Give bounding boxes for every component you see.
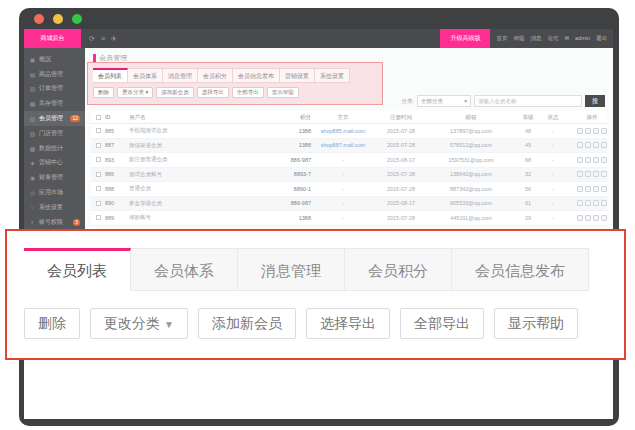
settings-icon[interactable] — [585, 128, 591, 134]
callout-tab[interactable]: 消息管理 — [238, 248, 345, 291]
member-tab[interactable]: 会员体系 — [128, 68, 163, 83]
edit-icon[interactable] — [577, 157, 583, 163]
cell-link[interactable]: shop885.mall.com — [311, 128, 375, 134]
cell-name[interactable]: 手机端测试会员 — [129, 127, 261, 134]
cell-link[interactable]: - — [311, 186, 375, 192]
callout-tab[interactable]: 会员积分 — [345, 248, 452, 291]
callout-toolbar-button[interactable]: 全部导出 — [400, 308, 484, 339]
cell-link[interactable]: - — [311, 171, 375, 177]
delete-icon[interactable] — [601, 142, 607, 148]
member-tab[interactable]: 会员积分 — [198, 68, 233, 83]
cell-name[interactable]: 黄金等级会员 — [129, 200, 261, 207]
row-checkbox[interactable] — [96, 172, 101, 177]
toolbar-button[interactable]: 更改分类 ▾ — [117, 87, 153, 98]
settings-icon[interactable] — [585, 157, 591, 163]
sidebar-item[interactable]: ▥ 订单管理 — [24, 82, 85, 97]
minimize-window-button[interactable] — [53, 14, 63, 24]
sidebar-item[interactable]: ▣ 概况 — [24, 52, 85, 67]
col-name[interactable]: 用户名 — [129, 114, 261, 121]
cell-link[interactable]: - — [311, 157, 375, 163]
cell-name[interactable]: 微信渠道会员 — [129, 142, 261, 149]
settings-icon[interactable] — [585, 215, 591, 221]
edit-icon[interactable] — [577, 128, 583, 134]
member-tab[interactable]: 会员信息发布 — [233, 68, 280, 83]
search-input[interactable] — [474, 95, 582, 107]
mail-icon[interactable] — [593, 200, 599, 206]
callout-tab[interactable]: 会员体系 — [131, 248, 238, 291]
table-row[interactable]: 886 测试会员账号 8893-7 - 2015-07-28 138642@qq… — [91, 168, 607, 183]
delete-icon[interactable] — [601, 171, 607, 177]
table-row[interactable]: 890 黄金等级会员 886-987 - 2015-08-17 905533@q… — [91, 197, 607, 212]
header-nav-item[interactable]: 消息 — [530, 29, 541, 48]
select-all-checkbox[interactable] — [96, 115, 101, 120]
sidebar-item[interactable]: ▩ 数据统计 — [24, 141, 85, 156]
edit-icon[interactable] — [577, 142, 583, 148]
delete-icon[interactable] — [601, 186, 607, 192]
mail-icon[interactable] — [593, 186, 599, 192]
callout-toolbar-button[interactable]: 显示帮助 — [494, 308, 578, 339]
sidebar-item[interactable]: ▦ 库存管理 — [24, 96, 85, 111]
table-row[interactable]: 893 新注册普通会员 886-987 - 2015-08-17 1597531… — [91, 153, 607, 168]
table-row[interactable]: 889 体验账号 1388 - 2015-07-28 445311@qq.com… — [91, 211, 607, 226]
sidebar-item[interactable]: ◈ 营销中心 — [24, 156, 85, 171]
header-nav-item[interactable]: 退出 — [596, 29, 607, 48]
row-checkbox[interactable] — [96, 215, 101, 220]
edit-icon[interactable] — [577, 200, 583, 206]
close-window-button[interactable] — [34, 14, 44, 24]
row-checkbox[interactable] — [96, 186, 101, 191]
cell-name[interactable]: 普通会员 — [129, 185, 261, 192]
cell-name[interactable]: 新注册普通会员 — [129, 156, 261, 163]
cell-name[interactable]: 体验账号 — [129, 214, 261, 221]
sidebar-item[interactable]: ▤ 商品管理 — [24, 67, 85, 82]
sidebar-item[interactable]: ▧ 会员管理 12 — [24, 111, 85, 126]
header-nav-item[interactable]: ✉ — [564, 29, 569, 48]
cell-link[interactable]: - — [311, 200, 375, 206]
settings-icon[interactable] — [585, 171, 591, 177]
row-checkbox[interactable] — [96, 143, 101, 148]
cell-link[interactable]: shop887.mall.com — [311, 142, 375, 148]
table-row[interactable]: 885 手机端测试会员 1388 shop885.mall.com 2015-0… — [91, 124, 607, 139]
cell-name[interactable]: 测试会员账号 — [129, 171, 261, 178]
edit-icon[interactable] — [577, 215, 583, 221]
table-row[interactable]: 888 普通会员 8890-1 - 2015-07-28 887342@qq.c… — [91, 182, 607, 197]
header-nav-item[interactable]: 论坛 — [547, 29, 558, 48]
app-logo[interactable]: 商城后台 — [24, 29, 81, 48]
callout-toolbar-button[interactable]: 更改分类▼ — [90, 308, 188, 339]
sidebar-item[interactable]: ◉ 财务管理 — [24, 170, 85, 185]
mail-icon[interactable] — [593, 128, 599, 134]
delete-icon[interactable] — [601, 157, 607, 163]
header-tool-icon[interactable]: ✈ — [111, 29, 117, 48]
row-checkbox[interactable] — [96, 128, 101, 133]
mail-icon[interactable] — [593, 171, 599, 177]
callout-toolbar-button[interactable]: 添加新会员 — [198, 308, 296, 339]
toolbar-button[interactable]: 删除 — [93, 87, 114, 98]
settings-icon[interactable] — [585, 186, 591, 192]
sidebar-item[interactable]: ◐ 账号权限 3 — [24, 215, 85, 230]
toolbar-button[interactable]: 添加新会员 — [156, 87, 194, 98]
edit-icon[interactable] — [577, 186, 583, 192]
sidebar-item[interactable]: ◎ 应用市场 — [24, 185, 85, 200]
mail-icon[interactable] — [593, 157, 599, 163]
callout-tab[interactable]: 会员列表 — [24, 248, 131, 291]
header-tool-icon[interactable]: ⟳ — [89, 29, 95, 48]
header-primary-button[interactable]: 升级高级版 — [440, 29, 490, 48]
callout-tab[interactable]: 会员信息发布 — [452, 248, 589, 291]
toolbar-button[interactable]: 选择导出 — [197, 87, 229, 98]
toolbar-button[interactable]: 显示帮助 — [267, 87, 299, 98]
search-button[interactable]: 搜 — [585, 95, 605, 107]
row-checkbox[interactable] — [96, 157, 101, 162]
header-nav-item[interactable]: admin — [575, 29, 590, 48]
member-tab[interactable]: 会员列表 — [93, 68, 128, 83]
table-row[interactable]: 887 微信渠道会员 1388 shop887.mall.com 2015-07… — [91, 139, 607, 154]
member-tab[interactable]: 系统设置 — [315, 68, 350, 83]
delete-icon[interactable] — [601, 200, 607, 206]
mail-icon[interactable] — [593, 142, 599, 148]
header-nav-item[interactable]: 帮助 — [513, 29, 524, 48]
zoom-window-button[interactable] — [72, 14, 82, 24]
category-select[interactable]: 全部分类 ▾ — [417, 95, 471, 107]
member-tab[interactable]: 营销设置 — [280, 68, 315, 83]
settings-icon[interactable] — [585, 142, 591, 148]
header-nav-item[interactable]: 首页 — [496, 29, 507, 48]
edit-icon[interactable] — [577, 171, 583, 177]
row-checkbox[interactable] — [96, 201, 101, 206]
